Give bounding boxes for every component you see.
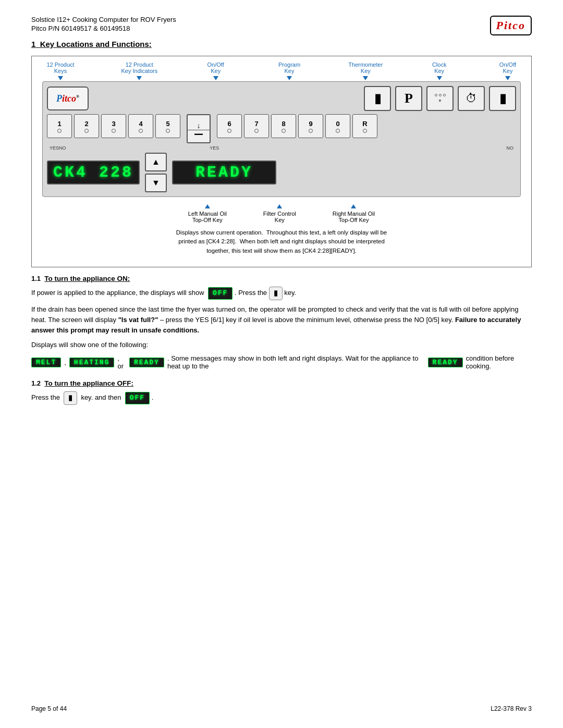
page-header: Solstice I12+ Cooking Computer for ROV F… — [31, 16, 532, 35]
label-thermometer-key: Thermometer Key — [347, 61, 384, 80]
product-key-6[interactable]: 6 — [217, 114, 242, 138]
subsection-1-1: 1.1 To turn the appliance ON: — [31, 275, 532, 282]
label-right-oil: Right Manual Oil Top-Off Key — [333, 204, 375, 223]
display-options-row: MELT , HEATING , or READY . Some message… — [31, 354, 532, 370]
product-key-1[interactable]: 1 — [47, 114, 72, 138]
onoff-key-right[interactable]: ▮ — [489, 86, 516, 111]
display-heating: HEATING — [69, 357, 115, 367]
display-row: CK4 228 ▲ ▼ READY — [47, 153, 516, 192]
label-filter-control: Filter Control Key — [263, 204, 296, 223]
para-1-1-2: If the drain has been opened since the l… — [31, 304, 532, 336]
section-title: 1 Key Locations and Functions: — [31, 40, 532, 48]
subsection-1-2-title: To turn the appliance OFF: — [44, 379, 133, 387]
onoff-key-inline-1[interactable]: ▮ — [269, 287, 283, 300]
label-left-oil: Left Manual Oil Top-Off Key — [188, 204, 227, 223]
product-key-5[interactable]: 5 — [155, 114, 180, 138]
display-off-2: OFF — [125, 392, 150, 404]
labels-bottom: Left Manual Oil Top-Off Key Filter Contr… — [37, 202, 526, 225]
label-onoff-key-left: On/Off Key — [200, 61, 231, 80]
mid-key-group: 3 4 5 — [101, 114, 180, 138]
display-ready-inline: READY — [129, 357, 164, 367]
pitco-logo: Pitco — [490, 16, 532, 35]
footer-doc: L22-378 Rev 3 — [491, 705, 532, 712]
display-off-1: OFF — [208, 287, 232, 300]
right-key-group: 6 7 8 9 0 — [217, 114, 377, 138]
product-key-4[interactable]: 4 — [128, 114, 153, 138]
product-key-7[interactable]: 7 — [244, 114, 269, 138]
left-key-group: 1 2 — [47, 114, 99, 138]
label-onoff-key-right: On/Off Key — [495, 61, 521, 80]
product-key-3[interactable]: 3 — [101, 114, 126, 138]
subsection-1-2: 1.2 To turn the appliance OFF: — [31, 379, 532, 387]
label-clock-key: Clock Key — [426, 61, 452, 80]
control-panel: Pitco® ▮ P ▼ ⏱ — [42, 81, 521, 197]
product-key-2[interactable]: 2 — [74, 114, 99, 138]
label-12product-indicators: 12 Product Key Indicators — [121, 61, 157, 80]
filter-key-center[interactable]: ↓ ▬▬ — [187, 114, 211, 143]
footer-page: Page 5 of 44 — [31, 705, 67, 712]
display-melt: MELT — [31, 357, 61, 367]
subsection-1-1-title: To turn the appliance ON: — [44, 275, 130, 282]
clock-key[interactable]: ⏱ — [458, 86, 485, 111]
header-line2: Pitco P/N 60149517 & 60149518 — [31, 24, 176, 32]
display-right: READY — [172, 161, 276, 184]
para-1-1-3-pre: Displays will show one of the following: — [31, 340, 532, 350]
header-text: Solstice I12+ Cooking Computer for ROV F… — [31, 16, 176, 33]
diagram-caption: Displays show current operation. Through… — [68, 228, 495, 255]
para-1-2-1: Press the ▮ key. and then OFF . — [31, 391, 532, 405]
onoff-key-inline-2[interactable]: ▮ — [64, 391, 77, 405]
oil-key-down[interactable]: ▼ — [145, 174, 167, 192]
thermometer-key[interactable]: ▼ — [426, 86, 454, 111]
label-program-key: Program Key — [274, 61, 305, 80]
oil-key-up[interactable]: ▲ — [145, 153, 167, 171]
yes-no-labels: YES NO YES NO — [47, 145, 516, 151]
header-line1: Solstice I12+ Cooking Computer for ROV F… — [31, 16, 176, 23]
diagram-area: 12 Product Keys 12 Product Key Indicator… — [31, 56, 532, 267]
product-key-9[interactable]: 9 — [298, 114, 323, 138]
program-key[interactable]: P — [395, 86, 422, 111]
product-key-0[interactable]: 0 — [325, 114, 350, 138]
label-12product-keys: 12 Product Keys — [42, 61, 79, 80]
onoff-key-left[interactable]: ▮ — [364, 86, 391, 111]
logo-key[interactable]: Pitco® — [47, 87, 89, 110]
product-key-8[interactable]: 8 — [271, 114, 296, 138]
display-left: CK4 228 — [47, 161, 140, 184]
page-footer: Page 5 of 44 L22-378 Rev 3 — [31, 705, 532, 712]
product-key-r[interactable]: R — [352, 114, 377, 138]
display-ready2: READY — [428, 357, 463, 367]
para-1-1-1: If power is applied to the appliance, th… — [31, 287, 532, 300]
